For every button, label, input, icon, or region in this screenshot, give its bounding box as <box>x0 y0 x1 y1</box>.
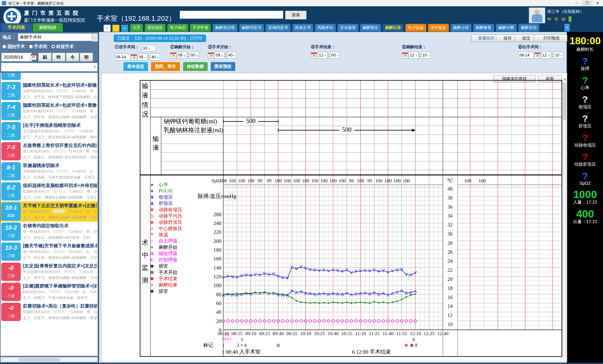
svg-text:动脉舒张压: 动脉舒张压 <box>159 219 182 225</box>
day-button-明[interactable]: 明 <box>80 53 93 62</box>
subtab-体征数据[interactable]: 体征数据 <box>183 62 208 71</box>
date-box[interactable]: 08-14 <box>115 54 130 61</box>
svg-text:10:10: 10:10 <box>300 331 311 336</box>
day-button-昨[interactable]: 昨 <box>52 53 65 62</box>
calendar-icon[interactable]: 15 <box>131 54 137 60</box>
minute-select[interactable]: 40∨ <box>150 54 160 61</box>
date-box[interactable]: 08-14 <box>518 52 534 59</box>
minute-select[interactable]: 00∨ <box>189 52 199 59</box>
svg-text:◇: ◇ <box>150 213 154 218</box>
tab-16[interactable]: 麻醉计费 <box>496 24 517 32</box>
location-more-button[interactable]: … <box>92 33 98 42</box>
tab-5[interactable]: 麻醉同意书 <box>239 24 264 32</box>
hour-select[interactable]: 08∨ <box>138 54 148 61</box>
svg-text:100: 100 <box>284 178 291 183</box>
radio-我的手术[interactable]: 我的手术 <box>3 44 25 50</box>
tab-0[interactable]: 主页 <box>130 24 143 32</box>
surgery-item-7-3[interactable]: 7-3三级隐匿性阴茎延长术+包皮环切术+嵌顿包茎泌尿外科病房3424， T149… <box>1 81 98 101</box>
subtab-图表预览[interactable]: 图表预览 <box>211 62 235 71</box>
surgery-item--0[interactable]: -0三级[左足]趾骨骨折复位内固定术+[左足]清创手足显微外科病房6344， T… <box>1 262 98 282</box>
scope-radios: 我的手术手术间科室手术 <box>3 44 74 50</box>
surgery-item-7-5[interactable]: 7-5三级左肱骨髁上骨折切开复位克氏针内固定术骨二科病房3349， T14911… <box>1 141 98 161</box>
svg-text:手术结束: 手术结束 <box>159 276 177 281</box>
minute-select[interactable]: 10∨ <box>421 52 431 59</box>
mail-icon[interactable]: ✉ <box>547 16 551 22</box>
gear-icon[interactable]: ⚙ <box>554 16 558 22</box>
svg-text:体温: 体温 <box>158 232 168 237</box>
surgery-item-7-4[interactable]: 7-4三级隐匿性阴茎延长术+包皮环切术+显微镜下泌尿外科病房3470， T148… <box>1 101 98 121</box>
hour-select[interactable]: 12∨ <box>409 52 419 59</box>
tab-9[interactable]: 安全核查 <box>338 24 358 32</box>
action-打印预览[interactable]: 打印预览 <box>534 35 569 42</box>
surgery-item-8-2[interactable]: 8-2二级组织选择性直肠粘膜环切术+外痔切除术肛肠科病房N237， T14901… <box>1 181 98 201</box>
svg-text:测: 测 <box>142 276 149 284</box>
location-input[interactable]: 麻醉手术科 <box>18 33 93 41</box>
yellow-tab-button[interactable] <box>112 25 119 32</box>
svg-text:100: 100 <box>329 178 337 183</box>
surgery-item-7-2[interactable]: 7-2三级泌尿外科病房3409， T149000，男，12岁主刀：邬宇龙，蛛网膜… <box>1 73 98 81</box>
surgery-item-10-2[interactable]: 10-2三级右锁骨内固定物取出术骨一科病房3219， T149003，男，38岁… <box>1 222 98 242</box>
search-input[interactable] <box>180 11 283 19</box>
tab-2[interactable]: 电子病历 <box>167 24 188 32</box>
minimize-button[interactable]: – <box>571 0 582 6</box>
radio-手术间[interactable]: 手术间 <box>29 44 47 50</box>
tab-1[interactable]: 医技报告 <box>145 24 166 32</box>
date-input[interactable]: 2020/8/14 <box>1 53 32 62</box>
minute-select[interactable]: 00∨ <box>330 52 340 59</box>
subtab-基本信息[interactable]: 基本信息 <box>123 62 148 71</box>
hour-select[interactable]: 09∨ <box>177 52 187 59</box>
minute-select[interactable]: 10∨ <box>554 52 564 59</box>
surgery-item-7-5[interactable]: 7-5二级[右手]手拇指多指畸形切除术手足显微外科病房6307， T149046… <box>1 121 98 141</box>
database-icon[interactable]: ⛁ <box>562 16 566 22</box>
room-select[interactable]: 10∨ <box>142 45 156 52</box>
tab-surgery-list[interactable]: 手术列表 <box>1 23 32 32</box>
calendar-icon[interactable]: 15 <box>402 52 408 58</box>
tab-8[interactable]: 风险评估 <box>315 24 336 32</box>
tab-6[interactable]: 其他同意书 <box>266 24 291 32</box>
tab-anesthesia-sedation[interactable]: 麻醉镇静 <box>33 23 63 32</box>
search-button[interactable]: 搜索 <box>285 11 307 19</box>
anesthesia-duration-label: 麻醉时长 <box>567 47 603 52</box>
calendar-icon[interactable]: 15 <box>535 52 541 58</box>
tab-11[interactable]: 麻醉记录 <box>383 24 404 32</box>
tab-3[interactable]: 手术申请 <box>190 24 211 32</box>
svg-text:16: 16 <box>448 295 453 300</box>
surgery-item-10-3[interactable]: 10-3三级[膝关节镜]关节镜下半月板修整成形术+滑骨一科病房3215， T14… <box>1 242 98 262</box>
tab-10[interactable]: 麻醉医生 <box>360 24 381 32</box>
surgery-item--0[interactable]: -0三级[左侧]腹腔镜下单侧输卵管切除术+[右侧]妇科病房3541， T1274… <box>1 282 98 302</box>
day-button-刷[interactable]: 刷 <box>38 53 52 62</box>
calendar-icon[interactable]: 15 <box>170 52 176 58</box>
hour-select[interactable]: 12∨ <box>318 52 328 59</box>
chart-icon[interactable]: ▊ <box>569 16 573 22</box>
tab-scroll-left-button[interactable]: < <box>121 25 128 32</box>
close-button[interactable]: ✕ <box>592 0 603 6</box>
surgery-item-8-1[interactable]: 8-1二级双侧扁桃体切除术耳鼻喉科病房3734， T148976，女，26岁主刀… <box>1 161 98 181</box>
tab-17[interactable]: 麻醉后访 <box>519 24 539 32</box>
hour-select[interactable]: 12∨ <box>541 52 551 59</box>
day-button-今[interactable]: 今 <box>66 53 79 62</box>
tab-4[interactable]: 麻醉前访视 <box>213 24 237 32</box>
svg-text:100: 100 <box>238 178 246 183</box>
vital-value-动脉收缩压: ? <box>567 133 603 142</box>
radio-科室手术[interactable]: 科室手术 <box>52 44 74 50</box>
restore-button[interactable]: ❐ <box>582 0 592 6</box>
surgery-item-10-1[interactable]: 10-1四级关节镜下左后交叉韧带重建术+[左膝关节骨一科病房3207， T145… <box>1 201 98 222</box>
filter-dropdown[interactable]: ∨ <box>1 63 98 72</box>
minute-select[interactable]: 40∨ <box>227 52 237 59</box>
tab-7[interactable]: 其他文书 <box>292 24 313 32</box>
tab-14[interactable]: 麻醉小结 <box>451 24 471 32</box>
window-bottom-border <box>0 363 603 364</box>
vital-label: 心率 <box>567 85 603 91</box>
calendar-icon[interactable]: 15 <box>208 52 214 58</box>
calendar-icon[interactable]: 15 <box>30 54 36 60</box>
hour-select[interactable]: 09∨ <box>215 52 225 59</box>
calendar-icon[interactable]: 15 <box>311 52 317 58</box>
tab-15[interactable]: 麻醉恢复 <box>473 24 494 32</box>
tab-13[interactable]: 术中输血 <box>428 24 449 32</box>
close-tab-button[interactable]: × <box>104 25 111 32</box>
sidebar-horizontal-scrollbar[interactable]: ‹ <box>1 357 98 362</box>
tab-overflow-button[interactable]: > <box>564 24 570 31</box>
subtab-用药、事件[interactable]: 用药、事件 <box>151 62 180 71</box>
tab-12[interactable]: 电子医嘱 <box>405 24 426 32</box>
surgery-item--0[interactable]: -0二级肛瘘切除术+高位（复杂性）肛瘘挂线术肛肠科病房N203， T149098… <box>1 302 98 322</box>
